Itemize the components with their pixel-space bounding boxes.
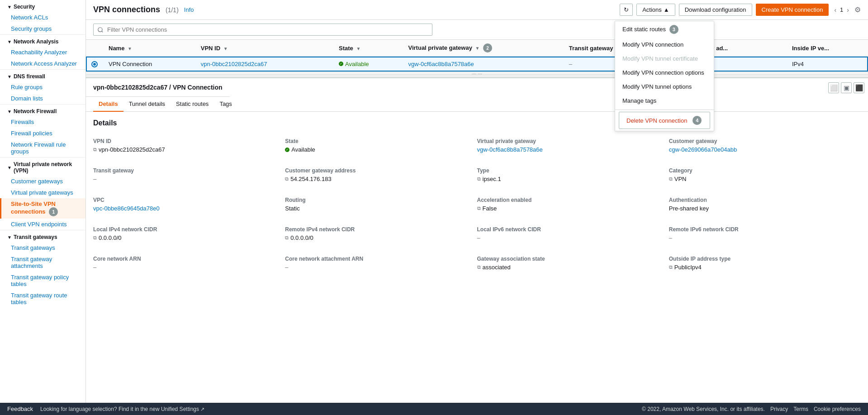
next-page-button[interactable]: › — [845, 5, 851, 14]
sidebar-item-transit-gateway-policy-tables[interactable]: Transit gateway policy tables — [0, 272, 85, 290]
filter-input[interactable] — [93, 24, 432, 36]
label-remote-ipv6: Remote IPv6 network CIDR — [669, 226, 854, 233]
actions-button[interactable]: Actions ▲ — [636, 4, 675, 16]
app-container: ▼ Security Network ACLs Security groups … — [0, 0, 868, 415]
sidebar-section-security[interactable]: ▼ Security — [0, 0, 85, 12]
tab-tags[interactable]: Tags — [214, 97, 237, 112]
sidebar-section-dns-firewall[interactable]: ▼ DNS firewall — [0, 69, 85, 81]
sidebar-item-network-access-analyzer[interactable]: Network Access Analyzer — [0, 58, 85, 69]
copy-acceleration-icon: ⧉ — [477, 205, 481, 211]
sidebar-item-customer-gateways[interactable]: Customer gateways — [0, 176, 85, 187]
label-outside-ip: Outside IP address type — [669, 256, 854, 262]
detail-field-core-attachment-arn: Core network attachment ARN – — [285, 252, 477, 274]
value-vpc[interactable]: vpc-0bbe86c9645da78e0 — [93, 205, 278, 212]
label-core-attachment-arn: Core network attachment ARN — [285, 256, 470, 262]
panel-layout-bottom-icon[interactable]: ⬜ — [828, 82, 839, 93]
panel-layout-full-icon[interactable]: ⬛ — [854, 82, 864, 93]
row-radio-cell[interactable] — [86, 57, 103, 72]
row-vpn-id-cell[interactable]: vpn-0bbc2102825d2ca67 — [195, 57, 333, 72]
sidebar-item-security-groups[interactable]: Security groups — [0, 23, 85, 34]
table-badge-2: 2 — [483, 43, 492, 52]
footer-cookie-link[interactable]: Cookie preferences — [814, 406, 861, 412]
detail-field-acceleration: Acceleration enabled ⧉ False — [477, 193, 669, 215]
sidebar-section-network-firewall[interactable]: ▼ Network Firewall — [0, 104, 85, 116]
value-customer-gateway[interactable]: cgw-0e269066a70e04abb — [669, 146, 854, 153]
sidebar-item-site-to-site-vpn[interactable]: Site-to-Site VPN connections 1 — [0, 198, 85, 219]
dropdown-item-modify-vpn-connection[interactable]: Modify VPN connection — [615, 38, 714, 52]
value-type: ⧉ ipsec.1 — [477, 176, 662, 182]
table-row[interactable]: VPN Connection vpn-0bbc2102825d2ca67 Ava… — [86, 57, 868, 72]
tab-static-routes[interactable]: Static routes — [171, 97, 214, 112]
detail-field-core-arn: Core network ARN – — [93, 252, 285, 274]
sidebar-item-nfw-rule-groups[interactable]: Network Firewall rule groups — [0, 139, 85, 157]
sidebar-item-reachability-analyzer[interactable]: Reachability Analyzer — [0, 47, 85, 58]
panel-layout-side-icon[interactable]: ▣ — [841, 82, 852, 93]
row-vpg-cell[interactable]: vgw-0cf6ac8b8a7578a6e — [403, 57, 564, 72]
copy-outside-ip-icon: ⧉ — [669, 264, 673, 270]
dropdown-item-edit-static-routes[interactable]: Edit static routes 3 — [615, 21, 714, 38]
footer-privacy-link[interactable]: Privacy — [770, 406, 788, 412]
sidebar-item-transit-gateway-attachments[interactable]: Transit gateway attachments — [0, 253, 85, 272]
detail-field-category: Category ⧉ VPN — [669, 164, 861, 186]
row-inside-ip-version-cell: IPv4 — [787, 57, 868, 72]
sidebar-section-transit-label: Transit gateways — [14, 234, 57, 240]
sidebar-section-transit-gateways[interactable]: ▼ Transit gateways — [0, 230, 85, 242]
sidebar-section-network-analysis[interactable]: ▼ Network Analysis — [0, 34, 85, 47]
resize-handle[interactable]: — — — [86, 72, 868, 75]
sidebar-item-virtual-private-gateways[interactable]: Virtual private gateways — [0, 187, 85, 198]
copy-vpn-id-icon: ⧉ — [93, 147, 97, 153]
detail-field-transit-gateway: Transit gateway – — [93, 164, 285, 186]
th-vpn-id[interactable]: VPN ID ▼ — [195, 40, 333, 57]
page-title: VPN connections — [93, 5, 160, 14]
vpn-id-link[interactable]: vpn-0bbc2102825d2ca67 — [201, 61, 267, 67]
dropdown-item-delete-vpn-connection[interactable]: Delete VPN connection 4 — [619, 112, 710, 129]
sidebar-item-domain-lists[interactable]: Domain lists — [0, 93, 85, 104]
vpg-link[interactable]: vgw-0cf6ac8b8a7578a6e — [408, 61, 474, 67]
th-virtual-private-gateway[interactable]: Virtual private gateway ▼ 2 — [403, 40, 564, 57]
sidebar-item-firewall-policies[interactable]: Firewall policies — [0, 128, 85, 139]
th-select — [86, 40, 103, 57]
value-vpg[interactable]: vgw-0cf6ac8b8a7578a6e — [477, 146, 662, 153]
value-auth: Pre-shared key — [669, 205, 854, 212]
sidebar-item-network-acls[interactable]: Network ACLs — [0, 12, 85, 23]
detail-field-gateway-assoc: Gateway association state ⧉ associated — [477, 252, 669, 274]
tab-details[interactable]: Details — [93, 97, 123, 112]
sort-state-icon: ▼ — [356, 46, 360, 51]
dropdown-item-modify-vpn-connection-options[interactable]: Modify VPN connection options — [615, 66, 714, 80]
value-vpn-id: ⧉ vpn-0bbc2102825d2ca67 — [93, 146, 278, 153]
info-link[interactable]: Info — [184, 6, 194, 13]
dropdown-item-modify-vpn-tunnel-options[interactable]: Modify VPN tunnel options — [615, 80, 714, 94]
value-core-arn: – — [93, 264, 278, 271]
sidebar-item-firewalls[interactable]: Firewalls — [0, 116, 85, 128]
refresh-button[interactable]: ↻ — [620, 4, 633, 16]
label-gateway-assoc: Gateway association state — [477, 256, 662, 262]
sidebar-item-rule-groups[interactable]: Rule groups — [0, 81, 85, 93]
chevron-network-analysis-icon: ▼ — [7, 39, 12, 44]
radio-button-selected[interactable] — [91, 61, 98, 67]
tab-tunnel-details[interactable]: Tunnel details — [123, 97, 171, 112]
value-routing: Static — [285, 205, 470, 212]
sidebar: ▼ Security Network ACLs Security groups … — [0, 0, 86, 403]
value-category: ⧉ VPN — [669, 176, 854, 182]
sidebar-item-client-vpn-endpoints[interactable]: Client VPN endpoints — [0, 219, 85, 230]
th-state[interactable]: State ▼ — [333, 40, 403, 57]
footer-terms-link[interactable]: Terms — [793, 406, 808, 412]
label-type: Type — [477, 167, 662, 174]
create-vpn-connection-button[interactable]: Create VPN connection — [756, 4, 829, 16]
feedback-button[interactable]: Feedback — [7, 405, 33, 412]
sidebar-item-transit-gateways[interactable]: Transit gateways — [0, 242, 85, 253]
download-configuration-button[interactable]: Download configuration — [679, 4, 752, 16]
sidebar-item-transit-gateway-route-tables[interactable]: Transit gateway route tables — [0, 290, 85, 308]
value-acceleration: ⧉ False — [477, 205, 662, 212]
prev-page-button[interactable]: ‹ — [832, 5, 838, 14]
settings-button[interactable]: ⚙ — [854, 5, 861, 14]
th-inside-ip-version[interactable]: Inside IP ve... — [787, 40, 868, 57]
detail-field-customer-gateway: Customer gateway cgw-0e269066a70e04abb — [669, 134, 861, 157]
th-name[interactable]: Name ▼ — [103, 40, 195, 57]
value-local-ipv6: – — [477, 234, 662, 241]
dropdown-item-manage-tags[interactable]: Manage tags — [615, 94, 714, 108]
label-core-arn: Core network ARN — [93, 256, 278, 262]
sidebar-section-vpn[interactable]: ▼ Virtual private network (VPN) — [0, 157, 85, 176]
detail-field-remote-ipv6: Remote IPv6 network CIDR – — [669, 223, 861, 245]
label-category: Category — [669, 167, 854, 174]
